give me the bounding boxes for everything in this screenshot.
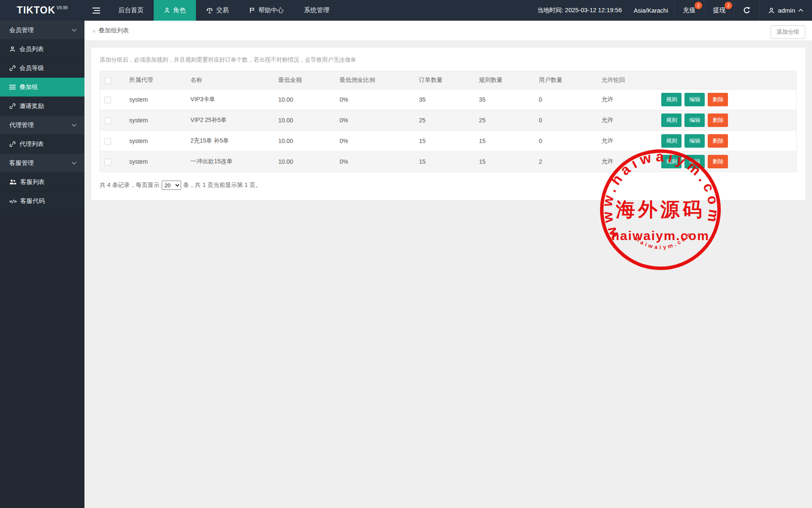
local-time: 当地时间: 2025-03-12 12:19:56 [531,0,628,21]
cell-loop: 允许 [597,151,657,172]
cell-min_commission: 0% [335,151,415,172]
rule-button[interactable]: 规则 [661,93,682,106]
brand-version: V9.99 [57,5,68,10]
sidebar-group-7[interactable]: 客服管理 [0,154,84,173]
cell-users: 2 [535,151,597,172]
sidebar-toggle-button[interactable] [84,0,108,21]
table-row: systemVIP2 25补5单10.000%25250允许规则编辑删除 [100,110,797,131]
cell-orders: 25 [415,110,475,131]
sidebar-item-3[interactable]: 叠加组 [0,78,84,97]
cell-min_commission: 0% [335,131,415,151]
withdraw-label: 提现 [713,6,725,14]
sidebar-item-2[interactable]: 会员等级 [0,59,84,78]
table-row: system2充15单 补5单10.000%15150允许规则编辑删除 [100,131,797,151]
nav-item-2[interactable]: 交易 [196,0,239,21]
user-icon [768,7,775,14]
table-header-row: 所属代理名称最低金额最低佣金比例订单数量规则数量用户数量允许轮回 [100,71,797,89]
delete-button[interactable]: 删除 [708,113,728,127]
cell-users: 0 [535,110,597,131]
row-select-cell [100,89,125,110]
main-content: » 叠加组列表 添加分组 添加分组后，必须添加规则，并且规则需要对应好订单个数，… [84,21,812,508]
link-icon [9,65,16,71]
row-select-cell [100,110,125,131]
nav-item-0[interactable]: 后台首页 [108,0,154,21]
sidebar-item-label: 叠加组 [19,83,38,91]
brand-logo[interactable]: TIKTOK V9.99 [0,0,84,21]
cell-users: 0 [535,89,597,110]
cell-rules: 15 [475,151,535,172]
cell-rules: 15 [475,131,535,151]
select-all-checkbox[interactable] [104,77,111,84]
pagination: 共 4 条记录，每页显示 20 条，共 1 页当前显示第 1 页。 [100,181,797,190]
table-row: systemVIP3卡单10.000%35350允许规则编辑删除 [100,89,797,110]
column-header: 所属代理 [125,71,186,89]
refresh-icon [743,6,751,14]
row-checkbox[interactable] [104,159,111,165]
nav-item-4[interactable]: 系统管理 [294,0,339,21]
cell-orders: 15 [415,131,475,151]
column-header: 订单数量 [415,71,475,89]
timezone: Asia/Karachi [628,0,674,21]
cell-loop: 允许 [597,131,657,151]
pagination-prefix: 共 4 条记录，每页显示 [100,181,160,189]
list-icon [9,84,16,90]
actions-header [657,71,796,89]
row-checkbox[interactable] [104,117,111,124]
breadcrumb-icon: » [92,27,95,34]
add-group-button[interactable]: 添加分组 [771,25,805,39]
refresh-button[interactable] [734,0,759,21]
groups-table: 所属代理名称最低金额最低佣金比例订单数量规则数量用户数量允许轮回 systemV… [100,71,797,172]
sidebar-item-label: 客服列表 [20,178,45,186]
edit-button[interactable]: 编辑 [684,155,705,168]
withdraw-badge: 2 [725,2,732,9]
list-card: 添加分组后，必须添加规则，并且规则需要对应好订单个数，若出现不对称情况，会导致用… [91,48,805,200]
edit-button[interactable]: 编辑 [684,93,705,106]
edit-button[interactable]: 编辑 [684,134,705,148]
rule-button[interactable]: 规则 [661,155,682,168]
sidebar-item-9[interactable]: </>客服代码 [0,192,84,211]
sidebar-group-label: 会员管理 [9,26,34,34]
cell-orders: 15 [415,151,475,172]
navbar-right: 当地时间: 2025-03-12 12:19:56 Asia/Karachi 充… [531,0,812,21]
rule-button[interactable]: 规则 [661,134,682,148]
cell-min_amount: 10.00 [274,151,335,172]
hamburger-icon [92,8,100,14]
recharge-button[interactable]: 充值 2 [674,0,704,21]
sidebar-group-5[interactable]: 代理管理 [0,116,84,135]
cell-agent: system [125,131,186,151]
sidebar-item-6[interactable]: 代理列表 [0,135,84,154]
users-icon [9,179,16,185]
cell-loop: 允许 [597,110,657,131]
row-checkbox[interactable] [104,97,111,103]
cell-name: 2充15单 补5单 [186,131,274,151]
code-icon: </> [9,197,16,204]
cell-orders: 35 [415,89,475,110]
sidebar-group-label: 客服管理 [9,159,34,167]
rule-button[interactable]: 规则 [661,113,682,127]
row-select-cell [100,131,125,151]
user-menu[interactable]: admin [759,0,812,21]
edit-button[interactable]: 编辑 [684,113,705,127]
delete-button[interactable]: 删除 [708,155,728,168]
nav-item-3[interactable]: 帮助中心 [239,0,294,21]
nav-item-1[interactable]: 角色 [154,0,196,21]
sidebar-item-8[interactable]: 客服列表 [0,173,84,192]
user-icon [164,7,170,14]
withdraw-button[interactable]: 提现 2 [704,0,734,21]
delete-button[interactable]: 删除 [708,134,728,148]
page-size-select[interactable]: 20 [162,181,181,190]
cell-name: 一冲出款15连单 [186,151,274,172]
sidebar-group-0[interactable]: 会员管理 [0,21,84,40]
cell-rules: 35 [475,89,535,110]
person-icon [9,46,16,52]
recharge-badge: 2 [695,2,702,9]
row-checkbox[interactable] [104,138,111,145]
row-select-cell [100,151,125,172]
cell-min_commission: 0% [335,110,415,131]
flag-icon [249,7,255,14]
sidebar-item-1[interactable]: 会员列表 [0,40,84,59]
delete-button[interactable]: 删除 [708,93,728,106]
cell-min_commission: 0% [335,89,415,110]
sidebar-item-4[interactable]: 邀请奖励 [0,97,84,116]
row-actions: 规则编辑删除 [657,89,796,110]
